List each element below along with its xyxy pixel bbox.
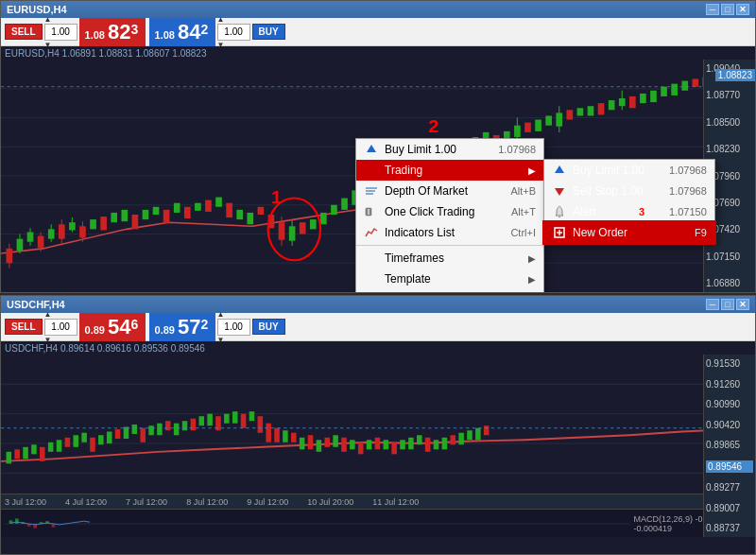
bell-icon [552, 204, 567, 219]
arrow-up-icon [364, 142, 379, 157]
minimize-btn[interactable]: ─ [706, 4, 719, 15]
buy-price-box: 1.08 842 [149, 18, 215, 46]
svg-rect-30 [163, 210, 170, 223]
svg-rect-201 [484, 425, 490, 435]
svg-rect-148 [40, 447, 45, 461]
svg-rect-174 [258, 416, 264, 433]
svg-rect-145 [14, 449, 20, 459]
bottom-restore-btn[interactable]: □ [721, 299, 734, 310]
bottom-buy-qty-input[interactable] [217, 319, 250, 336]
menu-item-template[interactable]: Template ▶ [356, 269, 543, 289]
svg-rect-167 [198, 416, 204, 425]
submenu-buy-limit[interactable]: Buy Limit 1.00 1.07968 [544, 160, 714, 181]
svg-rect-204 [9, 520, 13, 524]
svg-rect-177 [283, 430, 288, 442]
svg-rect-80 [629, 96, 636, 108]
menu-item-trading[interactable]: Trading ▶ Buy Limit 1.00 1.07968 [356, 160, 543, 181]
menu-item-one-click-trading[interactable]: One Click Trading Alt+T [356, 201, 543, 222]
svg-rect-36 [226, 203, 232, 217]
svg-rect-187 [367, 440, 372, 449]
svg-rect-32 [184, 207, 191, 218]
svg-marker-98 [555, 188, 564, 196]
buy-group: 1.08 842 ▲ ▼ BUY [149, 15, 285, 49]
trading-icon [364, 163, 379, 178]
bottom-buy-button[interactable]: BUY [252, 319, 285, 335]
svg-text:2: 2 [428, 117, 438, 136]
submenu-new-order[interactable]: New Order F9 [544, 222, 714, 243]
svg-rect-104 [366, 193, 373, 195]
macd-area: MACD(12,26,9) -0.000726 -0.000419 [1, 509, 755, 537]
restore-btn[interactable]: □ [721, 4, 734, 15]
top-chart-title: EURUSD,H4 [7, 4, 67, 15]
buy-button[interactable]: BUY [252, 24, 285, 40]
svg-rect-152 [73, 435, 78, 447]
menu-item-depth-of-market[interactable]: Depth Of Market Alt+B [356, 181, 543, 201]
svg-rect-75 [588, 106, 594, 115]
svg-rect-182 [324, 438, 330, 447]
svg-rect-48 [331, 205, 337, 215]
svg-marker-97 [555, 165, 564, 173]
buy-qty-input[interactable] [217, 24, 250, 41]
bottom-chart-svg [1, 355, 755, 509]
svg-rect-76 [598, 103, 605, 114]
svg-rect-151 [65, 438, 71, 447]
indicators-icon [364, 225, 379, 240]
svg-rect-153 [81, 433, 87, 442]
menu-item-indicators-list[interactable]: Indicators List Ctrl+I [356, 222, 543, 243]
svg-rect-189 [384, 440, 389, 449]
svg-rect-29 [153, 207, 160, 215]
svg-rect-81 [640, 94, 646, 103]
svg-rect-102 [366, 187, 377, 189]
bottom-buy-price-box: 0.89 572 [149, 313, 215, 341]
menu-item-buy-limit-top[interactable]: Buy Limit 1.00 1.07968 [356, 139, 543, 160]
oneclick-icon [364, 204, 379, 219]
svg-rect-157 [115, 429, 121, 439]
svg-rect-162 [157, 424, 163, 436]
chart-toolbar: SELL ▲ ▼ 1.08 823 1.08 842 ▲ [1, 18, 755, 46]
svg-rect-194 [425, 438, 431, 452]
svg-rect-186 [358, 442, 364, 455]
bottom-sell-qty-input[interactable] [44, 319, 77, 336]
bottom-chart-info: USDCHF,H4 0.89614 0.89616 0.89536 0.8954… [1, 341, 755, 355]
svg-rect-83 [661, 87, 667, 96]
svg-rect-68 [524, 123, 531, 132]
svg-rect-103 [366, 190, 375, 192]
sell-qty-input[interactable] [44, 24, 77, 41]
svg-rect-25 [111, 213, 117, 222]
close-btn[interactable]: ✕ [736, 4, 749, 15]
submenu-alert[interactable]: Alert 3 1.07150 [544, 201, 714, 222]
svg-rect-155 [98, 435, 104, 444]
top-chart-window: EURUSD,H4 ─ □ ✕ SELL ▲ ▼ 1.08 823 [0, 0, 756, 293]
svg-rect-173 [249, 411, 255, 421]
sell-button[interactable]: SELL [5, 24, 43, 40]
svg-rect-144 [7, 452, 12, 464]
svg-rect-159 [132, 425, 138, 434]
bottom-close-btn[interactable]: ✕ [736, 299, 749, 310]
svg-rect-160 [140, 428, 146, 442]
svg-rect-172 [241, 414, 247, 428]
bottom-minimize-btn[interactable]: ─ [706, 299, 719, 310]
bottom-sell-button[interactable]: SELL [5, 319, 43, 335]
timeframes-icon [364, 251, 379, 266]
bottom-buy-group: 0.89 572 ▲ ▼ BUY [149, 310, 285, 344]
submenu-sell-stop[interactable]: Sell Stop 1.00 1.07968 [544, 181, 714, 201]
svg-rect-199 [467, 430, 472, 440]
current-price-label: 1.08823 [715, 69, 755, 81]
svg-rect-37 [236, 210, 243, 219]
svg-rect-195 [434, 440, 439, 449]
menu-item-refresh[interactable]: Refresh [356, 289, 543, 293]
menu-item-timeframes[interactable]: Timeframes ▶ [356, 248, 543, 269]
svg-rect-165 [182, 421, 188, 430]
new-order-icon [552, 225, 567, 240]
svg-rect-23 [90, 219, 96, 229]
bottom-chart-title: USDCHF,H4 [7, 299, 65, 310]
dom-icon [364, 183, 379, 199]
svg-rect-146 [23, 447, 28, 460]
svg-rect-168 [207, 414, 213, 426]
bottom-chart-window: USDCHF,H4 ─ □ ✕ SELL ▲ ▼ 0.89 546 [0, 295, 756, 555]
bottom-title-bar-buttons: ─ □ ✕ [706, 299, 749, 310]
svg-rect-85 [681, 81, 688, 91]
svg-rect-82 [650, 91, 657, 102]
sell-stop-icon [552, 183, 567, 199]
svg-rect-70 [545, 115, 552, 125]
